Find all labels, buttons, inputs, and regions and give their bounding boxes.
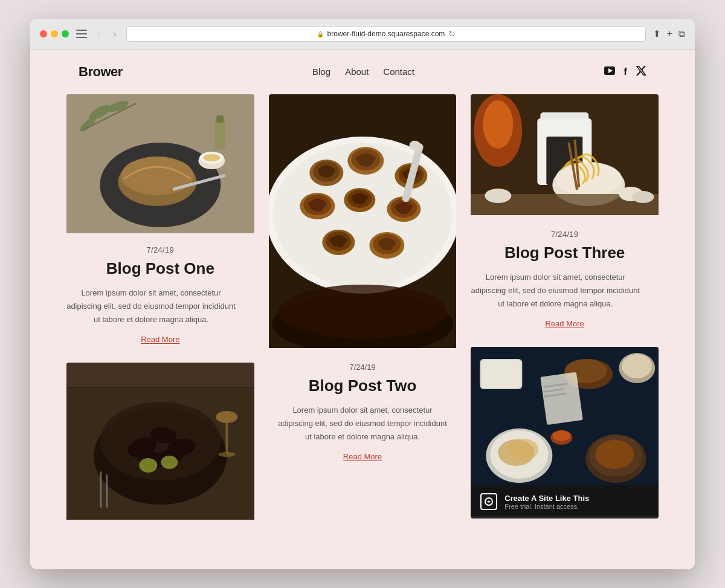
post-3-date: 7/24/19 xyxy=(471,230,659,239)
new-tab-icon[interactable]: + xyxy=(667,28,672,39)
post-2-image xyxy=(269,94,457,351)
post-1-image xyxy=(66,94,254,233)
svg-point-55 xyxy=(278,285,447,339)
svg-point-27 xyxy=(161,456,178,469)
facebook-icon[interactable]: f xyxy=(624,66,627,78)
ss-title: Create A Site Like This xyxy=(504,494,589,503)
blog-card-1: 7/24/19 Blog Post One Lorem ipsum dolor … xyxy=(66,94,254,344)
browser-chrome: ‹ › 🔒 brower-fluid-demo.squarespace.com … xyxy=(30,19,695,50)
duplicate-icon[interactable]: ⧉ xyxy=(678,28,685,39)
post-1-read-more[interactable]: Read More xyxy=(141,335,179,344)
browser-actions: ⬆ + ⧉ xyxy=(653,28,685,39)
twitter-icon[interactable] xyxy=(636,66,646,78)
blog-card-2-text: 7/24/19 Blog Post Two Lorem ipsum dolor … xyxy=(269,351,457,462)
post-3-read-more[interactable]: Read More xyxy=(546,319,584,328)
svg-rect-86 xyxy=(541,372,584,425)
website-content: Brower Blog About Contact xyxy=(30,50,695,569)
url-text: brower-fluid-demo.squarespace.com xyxy=(327,30,445,38)
minimize-button[interactable] xyxy=(51,30,58,37)
blog-card-2 xyxy=(269,94,457,351)
blog-card-6: Create A Site Like This Free trial. Inst… xyxy=(471,347,659,519)
refresh-button[interactable]: ↻ xyxy=(448,29,456,39)
close-button[interactable] xyxy=(40,30,47,37)
post-3-image xyxy=(471,94,659,218)
forward-button[interactable]: › xyxy=(111,28,120,40)
svg-rect-32 xyxy=(106,474,108,508)
svg-rect-72 xyxy=(482,360,521,388)
svg-rect-10 xyxy=(214,118,225,149)
svg-point-30 xyxy=(218,452,235,457)
svg-point-68 xyxy=(633,191,654,203)
svg-rect-29 xyxy=(225,423,228,453)
svg-point-14 xyxy=(203,154,220,161)
svg-point-28 xyxy=(216,411,237,423)
youtube-icon[interactable] xyxy=(604,66,615,77)
post-2-read-more[interactable]: Read More xyxy=(343,452,382,461)
svg-point-26 xyxy=(139,458,157,473)
traffic-lights xyxy=(40,30,69,37)
nav-item-blog[interactable]: Blog xyxy=(312,66,330,77)
blog-card-4 xyxy=(66,363,254,522)
nav-links: Blog About Contact xyxy=(312,66,414,77)
svg-point-9 xyxy=(121,157,193,195)
site-nav: Brower Blog About Contact xyxy=(30,50,695,94)
blog-column-2: 7/24/19 Blog Post Two Lorem ipsum dolor … xyxy=(269,94,457,522)
social-links: f xyxy=(604,66,646,78)
nav-item-about[interactable]: About xyxy=(345,66,369,77)
ss-subtitle: Free trial. Instant access. xyxy=(504,503,589,510)
post-2-date-display: 7/24/19 xyxy=(269,363,457,372)
blog-card-3: 7/24/19 Blog Post Three Lorem ipsum dolo… xyxy=(471,94,659,329)
squarespace-logo xyxy=(480,493,497,510)
address-bar[interactable]: 🔒 brower-fluid-demo.squarespace.com ↻ xyxy=(126,26,645,42)
svg-rect-31 xyxy=(100,471,102,508)
svg-point-58 xyxy=(483,100,514,149)
nav-link-contact[interactable]: Contact xyxy=(383,66,414,77)
post-4-image xyxy=(66,363,254,522)
blog-grid: 7/24/19 Blog Post One Lorem ipsum dolor … xyxy=(30,94,695,546)
svg-rect-18 xyxy=(66,387,254,388)
svg-rect-17 xyxy=(66,363,254,387)
svg-point-76 xyxy=(622,354,652,378)
post-3-excerpt: Lorem ipsum dolor sit amet, consectetur … xyxy=(471,271,640,311)
site-logo[interactable]: Brower xyxy=(79,64,123,80)
nav-link-blog[interactable]: Blog xyxy=(312,66,330,77)
svg-point-83 xyxy=(596,440,634,469)
lock-icon: 🔒 xyxy=(317,31,324,37)
sidebar-toggle-icon[interactable] xyxy=(76,30,87,38)
share-icon[interactable]: ⬆ xyxy=(653,28,661,39)
ss-banner-text: Create A Site Like This Free trial. Inst… xyxy=(504,494,589,510)
svg-point-85 xyxy=(553,430,571,441)
post-1-date: 7/24/19 xyxy=(66,245,254,254)
browser-window: ‹ › 🔒 brower-fluid-demo.squarespace.com … xyxy=(30,19,695,569)
post-3-title: Blog Post Three xyxy=(471,244,659,262)
squarespace-banner[interactable]: Create A Site Like This Free trial. Inst… xyxy=(471,485,659,519)
nav-link-about[interactable]: About xyxy=(345,66,369,77)
blog-column-3: 7/24/19 Blog Post Three Lorem ipsum dolo… xyxy=(471,94,659,522)
post-2-excerpt: Lorem ipsum dolor sit amet, consectetur … xyxy=(278,404,447,444)
post-2-title: Blog Post Two xyxy=(269,376,457,395)
svg-point-69 xyxy=(485,189,512,203)
blog-column-1: 7/24/19 Blog Post One Lorem ipsum dolor … xyxy=(66,94,254,522)
svg-point-80 xyxy=(509,439,539,460)
nav-item-contact[interactable]: Contact xyxy=(383,66,414,77)
svg-rect-11 xyxy=(216,115,224,123)
post-1-title: Blog Post One xyxy=(66,259,254,278)
maximize-button[interactable] xyxy=(62,30,69,37)
post-1-excerpt: Lorem ipsum dolor sit amet, consectetur … xyxy=(66,286,236,326)
back-button[interactable]: ‹ xyxy=(94,28,103,40)
